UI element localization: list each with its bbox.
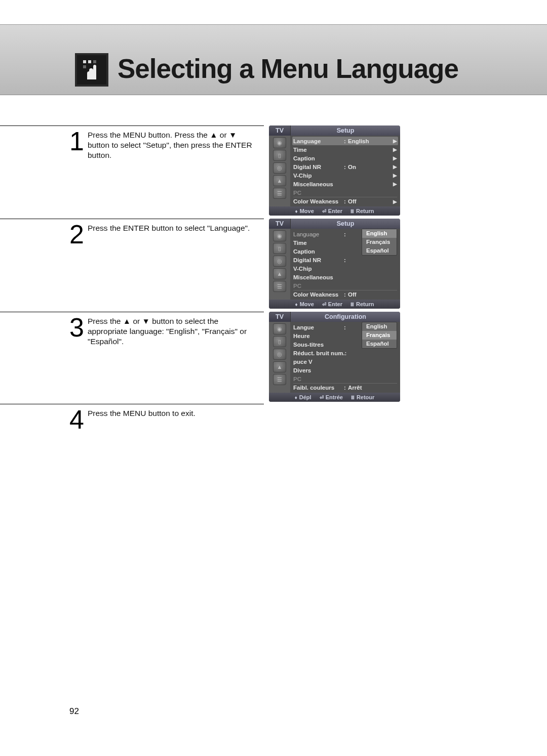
step-number-2: 2 (69, 221, 83, 247)
osd2-tv-label: TV (269, 219, 290, 229)
channel-icon: ◎ (273, 349, 286, 360)
top-margin (0, 0, 547, 24)
step-number-3: 3 (69, 314, 83, 341)
header-band: Selecting a Menu Language (0, 24, 547, 95)
content-area: 1 Press the MENU button. Press the ▲ or … (0, 95, 547, 125)
osd1-row-digitalnr[interactable]: Digital NR:On▶ (293, 162, 397, 171)
chevron-right-icon: ▶ (393, 138, 397, 144)
osd3-row-reduct[interactable]: Réduct. bruit num.: (293, 349, 397, 357)
lang-option-espanol[interactable]: Español (362, 340, 397, 348)
osd1-row-time[interactable]: Time▶ (293, 145, 397, 154)
step-2-instruction: Press the ENTER button to select "Langua… (88, 223, 264, 233)
osd2-row-digitalnr[interactable]: Digital NR: (293, 256, 397, 264)
enter-icon: ⏎ (322, 302, 326, 307)
step-number-1: 1 (69, 128, 83, 154)
osd2-sidebar: ◉ ▯ ◎ ▲ ☰ (269, 229, 290, 300)
osd-screenshot-2: TV Setup ◉ ▯ ◎ ▲ ☰ Language: (269, 219, 400, 309)
step-3-text-block: 3 Press the ▲ or ▼ button to select the … (0, 312, 264, 347)
enter-icon: ⏎ (320, 395, 324, 400)
osd3-title: Configuration (290, 312, 400, 322)
return-icon: Ⅲ (350, 208, 354, 214)
return-icon: Ⅲ (351, 395, 355, 400)
step-3-instruction: Press the ▲ or ▼ button to select the ap… (88, 316, 264, 347)
osd1-tv-label: TV (269, 125, 290, 136)
lang-option-espanol[interactable]: Español (362, 246, 397, 255)
lang-option-francais[interactable]: Français (362, 238, 397, 246)
osd2-title: Setup (290, 219, 400, 229)
updown-icon: ♦ (295, 395, 297, 400)
input-icon: ☰ (273, 374, 286, 385)
lang-option-francais[interactable]: Français (362, 331, 397, 340)
picture-icon: ◉ (273, 137, 286, 148)
enter-icon: ⏎ (322, 208, 326, 214)
channel-icon: ◎ (273, 162, 286, 174)
osd3-row-pc: PC (293, 374, 397, 383)
sound-icon: ▯ (273, 243, 286, 254)
osd3-sidebar: ◉ ▯ ◎ ▲ ☰ (269, 322, 290, 393)
osd1-row-colorweak[interactable]: Color Weakness:Off▶ (293, 197, 397, 205)
osd1-title: Setup (290, 125, 400, 136)
input-icon: ☰ (273, 188, 286, 199)
updown-icon: ♦ (295, 302, 298, 307)
osd3-row-faibl[interactable]: Faibl. couleurs:Arrêt (293, 383, 397, 392)
osd1-row-language[interactable]: Language:English▶ (292, 137, 398, 145)
osd3-row-divers[interactable]: Divers (293, 366, 397, 374)
lang-option-english[interactable]: English (362, 322, 397, 331)
step-2-text-block: 2 Press the ENTER button to select "Lang… (0, 219, 264, 233)
svg-rect-0 (83, 60, 86, 63)
picture-icon: ◉ (273, 230, 286, 241)
osd3-footer: ♦Dépl ⏎Entrée ⅢRetour (269, 393, 400, 402)
osd2-footer: ♦Move ⏎Enter ⅢReturn (269, 300, 400, 309)
sound-icon: ▯ (273, 150, 286, 161)
osd1-row-caption[interactable]: Caption▶ (293, 154, 397, 162)
osd3-tv-label: TV (269, 312, 290, 322)
setup-icon: ▲ (273, 268, 286, 279)
osd3-row-puce[interactable]: puce V (293, 357, 397, 366)
page-title: Selecting a Menu Language (118, 53, 458, 84)
hand-press-icon (81, 59, 102, 80)
input-icon: ☰ (273, 281, 286, 292)
osd2-language-dropdown[interactable]: English Français Español (362, 229, 397, 256)
step-number-4: 4 (69, 406, 83, 433)
osd1-row-pc: PC (293, 188, 397, 197)
step-1-text-block: 1 Press the MENU button. Press the ▲ or … (0, 125, 264, 160)
osd1-footer: ♦Move ⏎Enter ⅢReturn (269, 206, 400, 216)
picture-icon: ◉ (273, 323, 286, 334)
return-icon: Ⅲ (350, 302, 354, 307)
osd3-language-dropdown[interactable]: English Français Español (362, 322, 397, 349)
lang-option-english[interactable]: English (362, 229, 397, 238)
osd-screenshot-1: TV Setup ◉ ▯ ◎ ▲ ☰ Languag (269, 125, 400, 216)
sound-icon: ▯ (273, 336, 286, 347)
channel-icon: ◎ (273, 256, 286, 267)
setup-icon: ▲ (273, 175, 286, 186)
step-1-instruction: Press the MENU button. Press the ▲ or ▼ … (88, 130, 264, 160)
osd2-row-pc: PC (293, 281, 397, 290)
step-4-instruction: Press the MENU button to exit. (88, 408, 264, 418)
osd2-row-misc[interactable]: Miscellaneous (293, 273, 397, 281)
osd1-row-misc[interactable]: Miscellaneous▶ (293, 180, 397, 188)
step-4-text-block: 4 Press the MENU button to exit. (0, 404, 264, 418)
osd2-row-colorweak[interactable]: Color Weakness:Off (293, 290, 397, 299)
svg-rect-2 (93, 60, 96, 63)
osd2-row-vchip[interactable]: V-Chip (293, 264, 397, 273)
osd1-sidebar: ◉ ▯ ◎ ▲ ☰ (269, 136, 290, 206)
svg-rect-1 (88, 60, 91, 63)
updown-icon: ♦ (295, 208, 298, 214)
page-icon (75, 53, 108, 87)
osd1-row-vchip[interactable]: V-Chip▶ (293, 171, 397, 180)
page-number: 92 (69, 706, 79, 717)
svg-rect-3 (83, 65, 86, 68)
osd-screenshot-3: TV Configuration ◉ ▯ ◎ ▲ ☰ Langue: (269, 312, 400, 402)
setup-icon: ▲ (273, 361, 286, 372)
